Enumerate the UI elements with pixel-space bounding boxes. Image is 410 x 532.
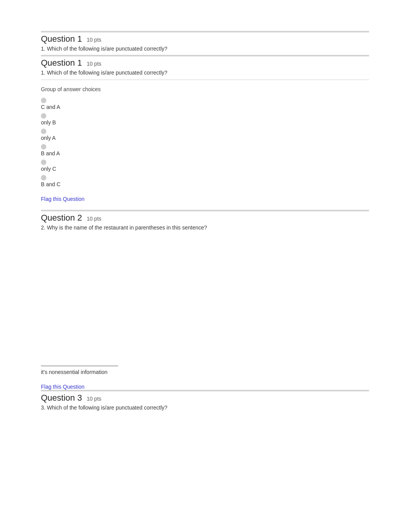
question-text-2: 2. Why is the name of the restaurant in … [41, 224, 369, 231]
question-title-row-1a: Question 1 10 pts [41, 34, 369, 44]
answer-label-6: B and C [41, 181, 369, 187]
question-title-1b: Question 1 [41, 58, 82, 68]
radio-row-3 [41, 129, 369, 134]
answer-label-3: only A [41, 135, 369, 141]
answer-option-6: B and C [41, 175, 369, 187]
partial-answer-bar [41, 365, 118, 367]
question-title-3: Question 3 [41, 393, 82, 403]
answer-label-5: only C [41, 166, 369, 172]
radio-circle-6[interactable] [41, 175, 46, 180]
question-title-row-3: Question 3 10 pts [41, 393, 369, 403]
question-pts-3: 10 pts [86, 396, 101, 402]
radio-circle-2[interactable] [41, 113, 46, 119]
question-2-block: Question 2 10 pts 2. Why is the name of … [41, 210, 369, 390]
radio-circle-1[interactable] [41, 98, 46, 103]
question-text-3: 3. Which of the following is/are punctua… [41, 405, 369, 411]
question-pts-1b: 10 pts [86, 61, 101, 67]
answer-option-5: only C [41, 160, 369, 172]
question-header-bar-1b [41, 55, 369, 56]
question-pts-1a: 10 pts [86, 37, 101, 43]
radio-circle-3[interactable] [41, 129, 46, 134]
answer-option-4: B and A [41, 144, 369, 156]
answer-option-q2-partial: it's nonessential information [41, 342, 369, 375]
question-header-bar-1a [41, 31, 369, 32]
question-text-1a: 1. Which of the following is/are punctua… [41, 46, 369, 52]
radio-row-5 [41, 160, 369, 165]
radio-circle-5[interactable] [41, 160, 46, 165]
radio-row-1 [41, 98, 369, 103]
answer-label-2: only B [41, 119, 369, 126]
answer-label-q2-partial: it's nonessential information [41, 369, 369, 375]
page-container: Question 1 10 pts 1. Which of the follow… [41, 8, 369, 429]
answer-label-1: C and A [41, 104, 369, 110]
radio-circle-4[interactable] [41, 144, 46, 150]
question-2-spacer [41, 234, 369, 342]
flag-question-1-link[interactable]: Flag this Question [41, 196, 85, 202]
question-title-1a: Question 1 [41, 34, 82, 44]
question-1-main: Question 1 10 pts 1. Which of the follow… [41, 55, 369, 202]
question-title-2: Question 2 [41, 213, 82, 223]
answer-section-1: Group of answer choices C and A only B o… [41, 80, 369, 187]
radio-row-6 [41, 175, 369, 180]
question-title-row-1b: Question 1 10 pts [41, 58, 369, 68]
question-header-bar-3 [41, 390, 369, 391]
question-header-bar-2 [41, 210, 369, 211]
question-pts-2: 10 pts [86, 216, 101, 222]
question-3-block: Question 3 10 pts 3. Which of the follow… [41, 390, 369, 411]
question-1-header-duplicate: Question 1 10 pts 1. Which of the follow… [41, 31, 369, 52]
answer-option-3: only A [41, 129, 369, 141]
answer-label-4: B and A [41, 150, 369, 156]
question-title-row-2: Question 2 10 pts [41, 213, 369, 223]
question-text-1b: 1. Which of the following is/are punctua… [41, 70, 369, 76]
radio-row-2 [41, 113, 369, 119]
answer-option-2: only B [41, 113, 369, 126]
flag-question-2-link[interactable]: Flag this Question [41, 384, 85, 390]
answer-option-1: C and A [41, 98, 369, 110]
radio-row-4 [41, 144, 369, 150]
group-of-answer-choices-label: Group of answer choices [41, 86, 369, 92]
